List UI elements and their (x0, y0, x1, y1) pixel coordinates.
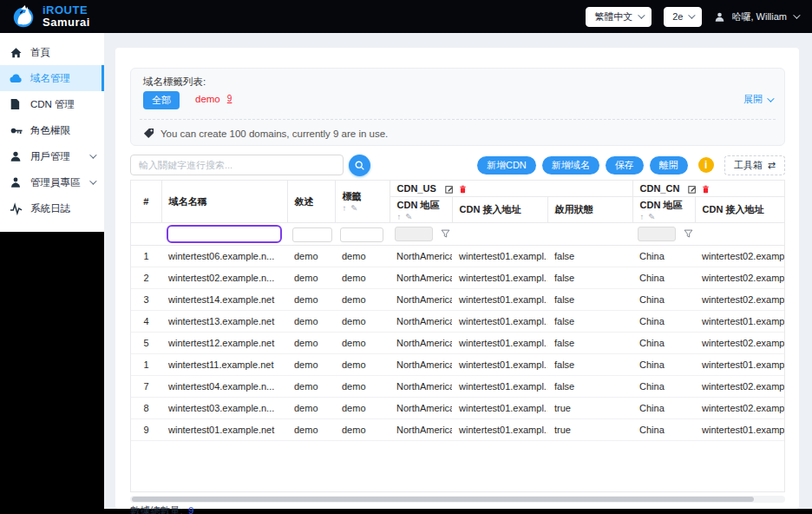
cell-cn-region: China (632, 354, 695, 376)
col-header-cn-endpoint[interactable]: CDN 接入地址 (695, 196, 785, 223)
cell-index: 5 (131, 333, 161, 354)
table-row[interactable]: 3 wintertest14.example.net demo demo Nor… (131, 289, 785, 311)
warning-icon[interactable]: i (698, 157, 714, 173)
cell-cn-endpoint: wintertest01.exampl... (695, 419, 785, 441)
cell-index: 7 (131, 376, 161, 398)
admin-user-icon (10, 176, 23, 189)
cell-cn-endpoint: wintertest02.exampl... (695, 398, 785, 419)
sidebar-item-user-management[interactable]: 用戶管理 (0, 143, 104, 169)
app-logo: iROUTE Samurai (10, 3, 90, 30)
table-row[interactable]: 1 wintertest06.example.n... demo demo No… (131, 246, 785, 267)
edit-cdn-cn-icon[interactable] (688, 185, 697, 194)
sidebar-item-admin-area[interactable]: 管理員專區 (0, 169, 104, 195)
cell-cn-region: China (632, 419, 695, 441)
sidebar-item-role-permissions[interactable]: 角色權限 (0, 117, 104, 143)
chevron-down-icon (89, 151, 96, 158)
cell-domain: wintertest06.example.n... (161, 246, 287, 267)
total-count-value: 9 (188, 505, 193, 514)
domains-table: # 域名名稱 敘述 標籤 ↑✎ CDN_US (130, 180, 785, 492)
table-row[interactable]: 5 wintertest12.example.net demo demo Nor… (131, 333, 785, 354)
leave-button[interactable]: 離開 (650, 156, 688, 175)
filter-funnel-icon[interactable] (684, 229, 693, 239)
table-row[interactable]: 8 wintertest03.example.n... demo demo No… (131, 398, 785, 419)
delete-cdn-cn-icon[interactable] (702, 185, 710, 194)
col-header-domain[interactable]: 域名名稱 (161, 181, 287, 223)
chevron-down-icon (793, 11, 800, 18)
cell-tags: demo (335, 246, 390, 267)
tag-demo-label: demo (195, 94, 220, 104)
toolbar: 新增CDN 新增域名 保存 離開 i 工具箱 ⇄ (130, 154, 785, 176)
file-icon (10, 98, 23, 111)
table-row[interactable]: 1 wintertest11.example.net demo demo Nor… (131, 354, 785, 376)
edit-icon[interactable]: ✎ (350, 204, 357, 213)
col-header-tags[interactable]: 標籤 ↑✎ (335, 181, 390, 223)
us-region-filter-input (395, 227, 433, 241)
table-row[interactable]: 2 wintertest02.example.n... demo demo No… (131, 267, 785, 289)
user-icon (714, 11, 725, 23)
edit-cdn-us-icon[interactable] (445, 185, 454, 194)
sort-icon[interactable]: ↑ (343, 204, 347, 213)
logo-line1: iROUTE (43, 4, 90, 16)
cell-tags: demo (335, 419, 390, 441)
edit-icon[interactable]: ✎ (648, 213, 655, 221)
col-header-us-endpoint[interactable]: CDN 接入地址 (452, 196, 547, 223)
activity-icon (10, 202, 23, 215)
table-row[interactable]: 9 wintertest01.example.net demo demo Nor… (131, 419, 785, 441)
group-header-cdn-us: CDN_US (390, 181, 632, 196)
sidebar-menu: 首頁 域名管理 CDN 管理 角色權限 (0, 33, 104, 232)
col-header-cn-region[interactable]: CDN 地區 ↑✎ (632, 196, 695, 223)
cell-cn-region: China (632, 311, 695, 333)
tag-all-button[interactable]: 全部 (143, 91, 180, 109)
environment-selector[interactable]: 2e (664, 7, 702, 27)
app-root: iROUTE Samurai 繁體中文 2e 哈囉, William (0, 0, 812, 514)
description-filter-input[interactable] (292, 227, 332, 242)
domain-tag-panel: 域名標籤列表: 全部 demo 9 展開 You (130, 68, 785, 146)
delete-cdn-us-icon[interactable] (459, 185, 467, 194)
add-domain-button[interactable]: 新增域名 (542, 156, 599, 175)
expand-toggle[interactable]: 展開 (743, 93, 772, 106)
table-row[interactable]: 7 wintertest04.example.n... demo demo No… (131, 376, 785, 398)
sidebar-item-domain-management[interactable]: 域名管理 (0, 65, 104, 91)
cell-us-endpoint: wintertest01.exampl... (452, 419, 547, 441)
col-header-index[interactable]: # (131, 181, 161, 223)
cell-description: demo (287, 376, 335, 398)
cell-tags: demo (335, 354, 390, 376)
filter-funnel-icon[interactable] (441, 229, 450, 239)
cell-us-region: NorthAmerica (390, 376, 452, 398)
cell-index: 9 (131, 419, 161, 441)
sort-icon[interactable]: ↑ (640, 213, 645, 221)
user-menu[interactable]: 哈囉, William (714, 10, 798, 23)
cell-us-region: NorthAmerica (390, 354, 452, 376)
language-selector[interactable]: 繁體中文 (586, 7, 652, 27)
cell-cn-region: China (632, 289, 695, 311)
cloud-icon (10, 72, 23, 85)
cell-domain: wintertest02.example.n... (161, 267, 287, 289)
col-header-enabled[interactable]: 啟用狀態 (547, 196, 632, 223)
search-input[interactable] (130, 155, 344, 175)
col-header-us-region[interactable]: CDN 地區 ↑✎ (390, 196, 452, 223)
sidebar-item-cdn-management[interactable]: CDN 管理 (0, 91, 104, 117)
sidebar-item-home[interactable]: 首頁 (0, 39, 104, 65)
search-button[interactable] (349, 155, 370, 176)
col-header-description[interactable]: 敘述 (287, 181, 335, 223)
cell-index: 1 (131, 354, 161, 376)
domain-filter-input[interactable] (167, 225, 282, 243)
table-row[interactable]: 4 wintertest13.example.net demo demo Nor… (131, 311, 785, 333)
content-card: 域名標籤列表: 全部 demo 9 展開 You (115, 48, 799, 509)
cell-cn-region: China (632, 376, 695, 398)
cell-enabled: false (547, 289, 632, 311)
cell-enabled: true (547, 398, 632, 419)
cell-index: 3 (131, 289, 161, 311)
sort-icon[interactable]: ↑ (397, 213, 402, 221)
cell-tags: demo (335, 376, 390, 398)
sidebar-item-system-logs[interactable]: 系統日誌 (0, 195, 104, 221)
tags-filter-input[interactable] (340, 227, 383, 242)
horizontal-scrollbar-thumb[interactable] (132, 497, 754, 502)
cell-cn-endpoint: wintertest01.exampl... (695, 311, 785, 333)
edit-icon[interactable]: ✎ (405, 213, 412, 221)
cell-us-endpoint: wintertest01.exampl... (452, 289, 547, 311)
add-cdn-button[interactable]: 新增CDN (477, 156, 536, 175)
toolbox-button[interactable]: 工具箱 ⇄ (724, 155, 785, 175)
tag-demo[interactable]: demo 9 (195, 94, 232, 104)
save-button[interactable]: 保存 (606, 156, 644, 175)
